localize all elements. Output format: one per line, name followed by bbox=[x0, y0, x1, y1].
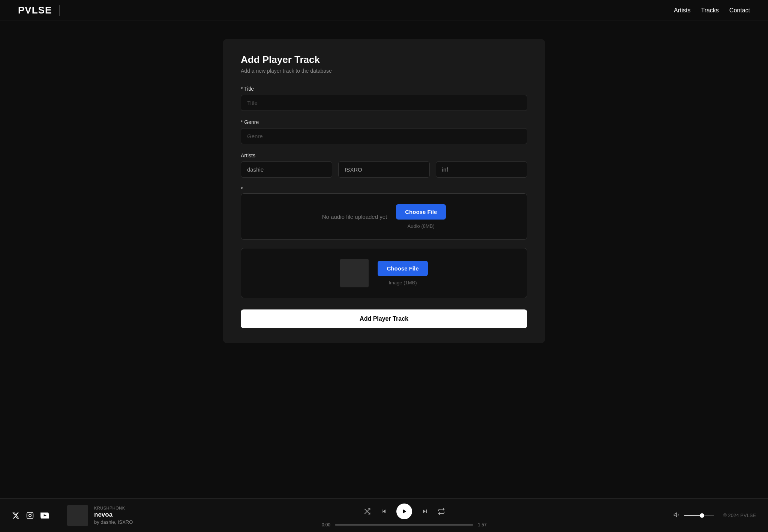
audio-status-text: No audio file uploaded yet bbox=[322, 214, 387, 220]
svg-marker-3 bbox=[674, 513, 677, 517]
play-button[interactable] bbox=[396, 504, 412, 519]
artist2-input[interactable] bbox=[338, 161, 430, 178]
title-field-group: * Title bbox=[241, 86, 527, 111]
shuffle-button[interactable] bbox=[363, 508, 371, 515]
title-label: * Title bbox=[241, 86, 527, 92]
artists-field-group: Artists bbox=[241, 152, 527, 178]
artist3-input[interactable] bbox=[436, 161, 527, 178]
genre-label: * Genre bbox=[241, 119, 527, 125]
youtube-icon[interactable] bbox=[40, 513, 49, 519]
player-track-info: KRUSHPHONK nevoa by dashie, ISXRO bbox=[67, 505, 135, 526]
volume-knob[interactable] bbox=[700, 513, 704, 518]
artists-label: Artists bbox=[241, 152, 527, 158]
prev-button[interactable] bbox=[380, 508, 387, 515]
nav-links: Artists Tracks Contact bbox=[674, 7, 750, 14]
volume-bar-fill bbox=[684, 515, 702, 516]
title-input[interactable] bbox=[241, 95, 527, 111]
navbar: PVLSE Artists Tracks Contact bbox=[0, 0, 768, 21]
progress-bar[interactable] bbox=[335, 524, 473, 526]
image-upload-col: Choose File Image (1MB) bbox=[378, 261, 428, 285]
nav-tracks-link[interactable]: Tracks bbox=[701, 7, 718, 14]
repeat-button[interactable] bbox=[438, 508, 445, 515]
audio-choose-file-button[interactable]: Choose File bbox=[396, 204, 446, 220]
image-upload-group: Choose File Image (1MB) bbox=[241, 248, 527, 298]
player-volume bbox=[674, 511, 714, 520]
player-copyright: © 2024 PVLSE bbox=[723, 513, 756, 518]
volume-bar[interactable] bbox=[684, 515, 714, 516]
progress-time-total: 1:57 bbox=[478, 522, 486, 528]
main-content: Add Player Track Add a new player track … bbox=[0, 21, 768, 532]
form-subtitle: Add a new player track to the database bbox=[241, 68, 527, 74]
site-logo[interactable]: PVLSE bbox=[18, 4, 52, 16]
player-bar: KRUSHPHONK nevoa by dashie, ISXRO 0:0 bbox=[0, 498, 768, 532]
twitter-x-icon[interactable] bbox=[12, 512, 20, 519]
player-track-thumbnail bbox=[67, 505, 88, 526]
form-title: Add Player Track bbox=[241, 54, 527, 66]
player-center: 0:00 1:57 bbox=[144, 504, 664, 528]
form-card: Add Player Track Add a new player track … bbox=[223, 39, 545, 343]
image-upload-box: Choose File Image (1MB) bbox=[241, 248, 527, 298]
audio-upload-hint: Audio (8MB) bbox=[408, 223, 435, 229]
audio-upload-group: * No audio file uploaded yet Choose File… bbox=[241, 186, 527, 240]
image-thumbnail-preview bbox=[340, 259, 369, 287]
nav-contact-link[interactable]: Contact bbox=[729, 7, 750, 14]
svg-point-2 bbox=[32, 513, 32, 514]
instagram-icon[interactable] bbox=[26, 512, 34, 519]
player-track-name: nevoa bbox=[94, 511, 133, 519]
svg-rect-0 bbox=[27, 512, 33, 519]
progress-time-current: 0:00 bbox=[322, 522, 330, 528]
nav-artists-link[interactable]: Artists bbox=[674, 7, 690, 14]
next-button[interactable] bbox=[421, 508, 429, 515]
svg-point-1 bbox=[29, 514, 32, 517]
nav-divider bbox=[59, 5, 60, 16]
genre-field-group: * Genre bbox=[241, 119, 527, 144]
player-meta: KRUSHPHONK nevoa by dashie, ISXRO bbox=[94, 506, 133, 525]
image-choose-file-button[interactable]: Choose File bbox=[378, 261, 428, 276]
audio-required-star: * bbox=[241, 186, 527, 192]
player-track-label: KRUSHPHONK bbox=[94, 506, 133, 510]
player-left-divider bbox=[58, 506, 58, 525]
player-controls bbox=[363, 504, 445, 519]
artists-row bbox=[241, 161, 527, 178]
player-progress: 0:00 1:57 bbox=[322, 522, 487, 528]
player-track-artists: by dashie, ISXRO bbox=[94, 519, 133, 525]
artist1-input[interactable] bbox=[241, 161, 332, 178]
image-upload-hint: Image (1MB) bbox=[388, 280, 417, 285]
volume-icon bbox=[674, 511, 680, 520]
submit-button[interactable]: Add Player Track bbox=[241, 309, 527, 328]
genre-input[interactable] bbox=[241, 128, 527, 144]
audio-upload-box: No audio file uploaded yet Choose File A… bbox=[241, 193, 527, 240]
player-social bbox=[12, 512, 49, 519]
audio-upload-col: Choose File Audio (8MB) bbox=[396, 204, 446, 229]
